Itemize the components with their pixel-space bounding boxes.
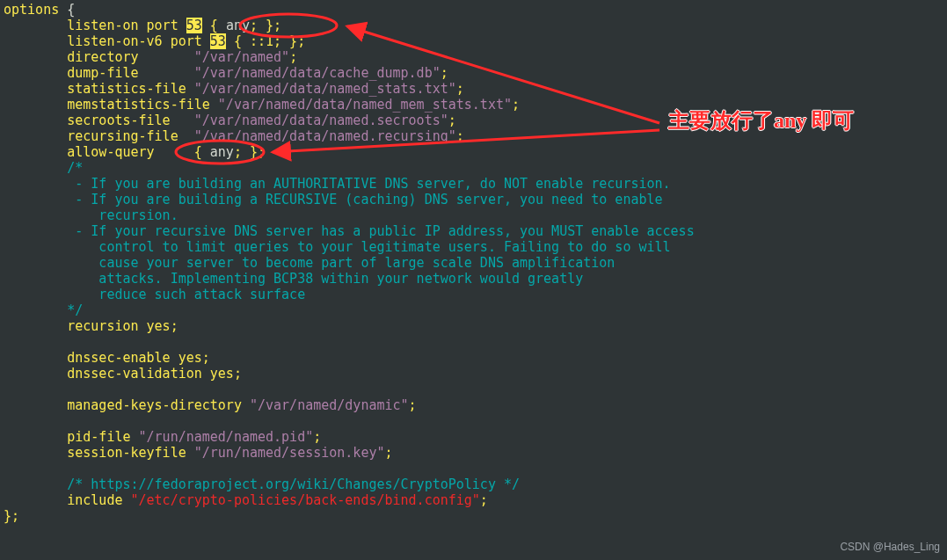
token-comment: - If you are building an AUTHORITATIVE D…: [4, 176, 671, 192]
token-punct: ;: [409, 397, 417, 413]
token-keyword: options: [4, 2, 59, 18]
token-keyword: dump-file: [4, 65, 194, 81]
token-punct: };: [4, 508, 19, 524]
token-keyword: dnssec-enable yes;: [4, 350, 210, 366]
token-punct: ;: [313, 429, 321, 445]
token-comment: recursion.: [4, 207, 178, 223]
token-string: "/var/named": [194, 49, 289, 65]
token-comment: /*: [4, 160, 83, 176]
token-punct: ; };: [250, 18, 281, 33]
token-punct: ;: [480, 492, 488, 508]
token-keyword: statistics-file: [4, 81, 194, 97]
token-string: "/var/named/data/named_mem_stats.txt": [218, 97, 512, 113]
token-punct: ; };: [234, 144, 266, 160]
token-keyword: dnssec-validation yes;: [4, 366, 242, 382]
token-keyword: {: [202, 18, 226, 33]
code-block: options { listen-on port 53 { any; }; li…: [0, 0, 947, 526]
token-string: "/var/named/data/cache_dump.db": [194, 65, 441, 81]
token-highlight: 53: [210, 33, 226, 49]
token-punct: {: [59, 2, 75, 18]
token-keyword: recursing-file: [4, 128, 194, 144]
token-keyword: session-keyfile: [4, 445, 194, 461]
token-string: "/run/named/session.key": [194, 445, 385, 461]
token-comment: cause your server to become part of larg…: [4, 255, 615, 271]
token-punct: ;: [448, 113, 456, 128]
token-punct: ;: [385, 445, 393, 461]
token-string: "/var/named/dynamic": [250, 397, 409, 413]
token-keyword: recursion yes;: [4, 318, 178, 334]
token-punct: ;: [289, 49, 297, 65]
token-keyword: include: [4, 492, 131, 508]
token-punct: ;: [456, 81, 464, 97]
token-include-path: "/etc/crypto-policies/back-ends/bind.con…: [131, 492, 480, 508]
token-keyword: pid-file: [4, 429, 139, 445]
token-keyword: memstatistics-file: [4, 97, 218, 113]
token-string: "/run/named/named.pid": [139, 429, 314, 445]
token-comment: attacks. Implementing BCP38 within your …: [4, 271, 583, 287]
token-string: "/var/named/data/named_stats.txt": [194, 81, 456, 97]
token-comment: - If your recursive DNS server has a pub…: [4, 223, 695, 239]
token-keyword: allow-query {: [4, 144, 210, 160]
token-comment: reduce such attack surface: [4, 287, 305, 302]
token-comment: - If you are building a RECURSIVE (cachi…: [4, 192, 663, 207]
token-keyword: secroots-file: [4, 113, 194, 128]
token-keyword: listen-on port: [4, 18, 186, 33]
token-comment: /* https://fedoraproject.org/wiki/Change…: [4, 476, 520, 492]
token-keyword: { ::1; };: [226, 33, 305, 49]
token-any: any: [226, 18, 250, 33]
token-punct: ;: [512, 97, 520, 113]
token-comment: */: [4, 302, 83, 318]
watermark: CSDN @Hades_Ling: [840, 539, 940, 555]
token-keyword: listen-on-v6 port: [4, 33, 210, 49]
token-string: "/var/named/data/named.secroots": [194, 113, 448, 128]
token-string: "/var/named/data/named.recursing": [194, 128, 456, 144]
token-keyword: managed-keys-directory: [4, 397, 250, 413]
token-keyword: directory: [4, 49, 194, 65]
token-comment: control to limit queries to your legitim…: [4, 239, 671, 255]
token-punct: ;: [441, 65, 448, 81]
token-highlight: 53: [186, 18, 202, 33]
token-punct: ;: [456, 128, 464, 144]
token-any: any: [210, 144, 234, 160]
